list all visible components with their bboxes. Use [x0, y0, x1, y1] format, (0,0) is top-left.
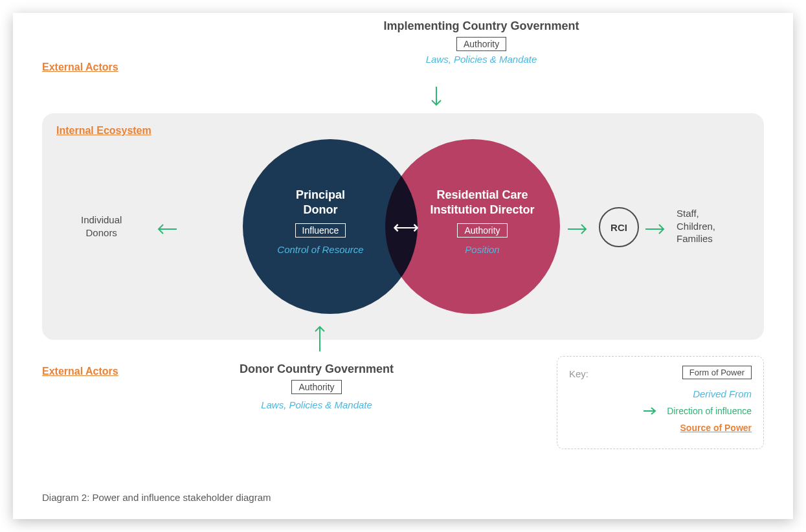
individual-donors-text: Individual Donors: [81, 214, 122, 238]
arrow-down-icon: [429, 85, 444, 111]
principal-donor-title-2: Donor: [304, 203, 338, 216]
external-actors-label-top: External Actors: [42, 61, 118, 73]
rci-director-content: Residential Care Institution Director Au…: [418, 188, 547, 255]
principal-donor-title: Principal Donor: [256, 188, 385, 218]
donor-gov-derived: Laws, Policies & Mandate: [240, 399, 394, 410]
arrow-left-icon: [152, 221, 178, 237]
donor-gov-power: Authority: [291, 380, 341, 394]
staff-children-families-label: Staff, Children, Families: [677, 207, 715, 245]
key-label: Key:: [569, 368, 588, 379]
rci-director-title: Residential Care Institution Director: [418, 188, 547, 218]
key-arrow-icon: [642, 406, 659, 416]
staff-text: Staff, Children, Families: [677, 208, 715, 244]
key-derived-from: Derived From: [693, 388, 752, 399]
key-direction: Direction of influence: [667, 406, 752, 416]
rci-director-title-1: Residential Care: [436, 188, 528, 201]
diagram-caption: Diagram 2: Power and influence stakehold…: [42, 492, 271, 503]
implementing-gov-block: Implementing Country Government Authorit…: [384, 19, 579, 65]
principal-donor-title-1: Principal: [296, 188, 345, 201]
legend-box: Key: Form of Power Derived From Directio…: [557, 356, 764, 449]
implementing-gov-derived: Laws, Policies & Mandate: [384, 54, 579, 65]
rci-director-power: Authority: [457, 223, 507, 238]
rci-director-derived: Position: [418, 244, 547, 255]
rci-director-title-2: Institution Director: [431, 203, 535, 216]
principal-donor-content: Principal Donor Influence Control of Res…: [256, 188, 385, 255]
arrow-right-to-staff-icon: [644, 221, 670, 237]
rci-text: RCI: [610, 222, 627, 233]
arrow-right-to-rci-icon: [566, 221, 592, 237]
internal-ecosystem-box: Internal Ecosystem Principal Donor Influ…: [42, 113, 764, 340]
principal-donor-derived: Control of Resource: [256, 244, 385, 255]
implementing-gov-title: Implementing Country Government: [384, 19, 579, 33]
individual-donors-label: Individual Donors: [81, 214, 122, 239]
principal-donor-power: Influence: [295, 223, 346, 238]
bidirectional-arrow-icon: ⟷: [393, 217, 419, 238]
arrow-up-icon: [312, 320, 328, 353]
internal-ecosystem-label: Internal Ecosystem: [56, 125, 750, 137]
donor-gov-title: Donor Country Government: [240, 362, 394, 376]
implementing-gov-power: Authority: [456, 37, 506, 51]
key-source-of-power: Source of Power: [680, 423, 752, 433]
diagram-frame: External Actors Implementing Country Gov…: [13, 13, 793, 519]
rci-node: RCI: [599, 207, 639, 247]
external-actors-label-bottom: External Actors: [42, 366, 118, 377]
donor-gov-block: Donor Country Government Authority Laws,…: [240, 362, 394, 410]
key-form-of-power: Form of Power: [682, 366, 752, 379]
